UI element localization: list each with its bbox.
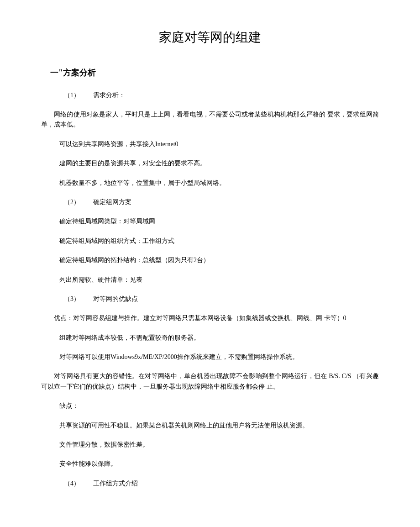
paragraph: 对等网络具有更大的容错性。在对等网络中，单台机器出现故障不会影响到整个网络运行，… [41, 371, 379, 392]
numbered-item-1: （1） 需求分析： [64, 90, 379, 100]
paragraph: 对等网络可以使用Windows9x/ME/XP/2000操作系统来建立，不需购置… [59, 352, 379, 362]
paragraph: 优点：对等网容易组建与操作。建立对等网络只需基本网络设备（如集线器或交换机、网线… [41, 313, 379, 323]
numbered-item-3: （3） 对等网的优缺点 [64, 294, 379, 304]
paragraph: 缺点： [59, 401, 379, 411]
paragraph: 可以达到共享网络资源，共享接入Internet0 [59, 139, 379, 149]
item-label: 确定组网方案 [93, 199, 131, 206]
paragraph: 安全性能难以保障。 [59, 459, 379, 469]
paragraph: 确定待组局域网的拓扑结构：总线型（因为只有2台） [59, 255, 379, 265]
item-label: 对等网的优缺点 [93, 295, 138, 302]
paragraph: 确定待组局域网类型：对等局域网 [59, 216, 379, 227]
numbered-item-2: （2） 确定组网方案 [64, 197, 379, 207]
numbered-item-4: （4） 工作组方式介绍 [64, 479, 379, 489]
paragraph: 文件管理分散，数据保密性差。 [59, 440, 379, 450]
paragraph: 列出所需软、硬件清单：见表 [59, 275, 379, 285]
item-label: 工作组方式介绍 [93, 480, 138, 487]
document-title: 家庭对等网的组建 [41, 27, 379, 48]
paragraph: 组建对等网络成本较低，不需配置较奇的服务器。 [59, 333, 379, 343]
item-number: （4） [64, 479, 91, 489]
paragraph: 共享资源的可用性不稳世。如果某台机器关机则网络上的苴他用户将无法使用该机资源。 [59, 421, 379, 431]
paragraph: 建网的主要目的是资源共享，对安全性的要求不高。 [59, 158, 379, 169]
item-label: 需求分析： [93, 92, 125, 99]
item-number: （1） [64, 90, 91, 100]
item-number: （2） [64, 197, 91, 207]
section-heading-1: 一"方案分析 [50, 66, 379, 79]
item-number: （3） [64, 294, 91, 304]
paragraph: 确定待组局域网的组织方式：工作组方式 [59, 236, 379, 246]
paragraph: 网络的使用对象是家人，平时只是上上网，看看电视，不需要公司或者某些机构机构那么严… [41, 110, 379, 130]
paragraph: 机器数量不多，地位平等，位置集中，属于小型局域网络。 [59, 178, 379, 188]
